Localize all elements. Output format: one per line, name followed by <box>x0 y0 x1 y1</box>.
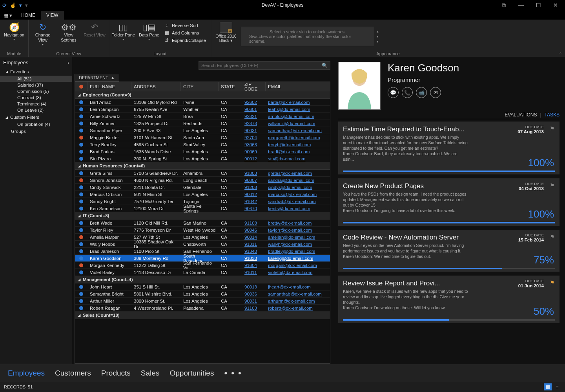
cell-zip-link[interactable]: 90014 <box>244 235 257 240</box>
cell-email-link[interactable]: williamz@dx-email.com <box>268 121 315 126</box>
cell-email-link[interactable]: gretas@dx-email.com <box>268 171 312 176</box>
table-row[interactable]: Ken Samuelson12100 Mora DrSanta Fe Sprin… <box>75 205 330 212</box>
group-row[interactable]: ◢IT (Count=8) <box>75 212 330 220</box>
module-more-icon[interactable]: • • • <box>224 368 242 378</box>
table-row[interactable]: Stu Pizaro200 N. Spring StLos AngelesCA9… <box>75 155 330 162</box>
skin-more-icon[interactable]: ▾ <box>377 40 379 44</box>
cell-zip-link[interactable]: 91108 <box>244 221 257 225</box>
cell-zip-link[interactable]: 91604 <box>244 263 257 268</box>
table-row[interactable]: Samantha Bright5801 Wilshire Blvd.Los An… <box>75 290 330 298</box>
skin-swatch[interactable]: 16 Office 2016 Black ▾ <box>215 22 237 51</box>
col-icon[interactable] <box>75 82 87 91</box>
table-row[interactable]: Morgan Kennedy11222 Dilling StSan Fernan… <box>75 262 330 269</box>
cell-email-link[interactable]: kents@dx-email.com <box>268 206 310 211</box>
cell-zip-link[interactable]: 91030 <box>244 256 257 261</box>
table-row[interactable]: Arnie Schwartz125 W Elm StBreaCA92821arn… <box>75 113 330 120</box>
nav-item-contract[interactable]: Contract (3) <box>0 94 72 101</box>
cell-zip-link[interactable]: 92373 <box>244 121 257 126</box>
table-row[interactable]: Taylor Riley7776 Torreyson DrWest Hollyw… <box>75 227 330 234</box>
reverse-sort-button[interactable]: ↕Reverse Sort <box>163 22 207 29</box>
cell-zip-link[interactable]: 90012 <box>244 192 257 197</box>
tab-tasks[interactable]: TASKS <box>545 112 560 118</box>
cell-zip-link[interactable]: 91103 <box>244 306 257 310</box>
cell-zip-link[interactable]: 90031 <box>244 128 257 133</box>
table-row[interactable]: Sandra Johnson4600 N Virginia Rd.Long Be… <box>75 177 330 184</box>
group-row[interactable]: ◢Engineering (Count=9) <box>75 91 330 99</box>
cell-email-link[interactable]: jheart@dx-email.com <box>268 285 311 289</box>
expand-collapse-button[interactable]: ⇵Expand/Collapse <box>163 37 207 44</box>
cell-email-link[interactable]: cindys@dx-email.com <box>268 185 312 190</box>
change-view-button[interactable]: ↻ Change View ▾ <box>31 21 55 51</box>
table-row[interactable]: Robert Reagan4 Westmoreland Pl.PasadenaC… <box>75 305 330 312</box>
phone-icon[interactable]: 📞 <box>402 87 413 98</box>
cell-email-link[interactable]: barta@dx-email.com <box>268 100 310 105</box>
cell-email-link[interactable]: bradf@dx-email.com <box>268 149 310 154</box>
table-row[interactable]: Greta Sims1700 S Grandview Dr.AlhambraCA… <box>75 170 330 177</box>
group-row[interactable]: ◢Human Resources (Count=6) <box>75 162 330 170</box>
cell-email-link[interactable]: wallyh@dx-email.com <box>268 242 312 247</box>
cell-email-link[interactable]: margaretb@dx-email.com <box>268 135 320 140</box>
cell-email-link[interactable]: morgank@dx-email.com <box>268 263 317 268</box>
cell-zip-link[interactable]: 91311 <box>244 242 257 247</box>
cell-zip-link[interactable]: 92704 <box>244 135 257 140</box>
cell-zip-link[interactable]: 90601 <box>244 107 257 112</box>
nav-group-favorites[interactable]: ◢Favorites <box>0 68 72 76</box>
cell-email-link[interactable]: taylorr@dx-email.com <box>268 228 312 232</box>
cell-email-link[interactable]: brettw@dx-email.com <box>268 221 312 225</box>
cell-email-link[interactable]: terryb@dx-email.com <box>268 142 311 147</box>
group-by-pill[interactable]: DEPARTMENT▲ <box>75 74 119 82</box>
close-icon[interactable]: ✕ <box>552 2 560 8</box>
cell-email-link[interactable]: leahs@dx-email.com <box>268 107 310 112</box>
task-card[interactable]: Review Issue Report and Provi...DUE DATE… <box>338 276 560 323</box>
nav-group-custom[interactable]: ◢Custom Filters <box>0 113 72 121</box>
cell-zip-link[interactable]: 93063 <box>244 142 257 147</box>
flag-icon[interactable]: ⚑ <box>550 279 555 286</box>
restore-window-icon[interactable]: ⧉ <box>500 2 508 9</box>
minimize-icon[interactable]: — <box>517 2 525 8</box>
group-row[interactable]: ◢Management (Count=4) <box>75 276 330 283</box>
skin-prev-icon[interactable]: ▴ <box>377 29 379 33</box>
col-fullname[interactable]: FULL NAME <box>87 82 131 91</box>
table-row[interactable]: Violet Bailey1418 Descanso DrLa CanadaCA… <box>75 269 330 276</box>
collapse-ribbon-icon[interactable]: ︿ <box>559 50 563 55</box>
navigation-button[interactable]: 🧭 Navigation ▾ <box>2 21 26 51</box>
task-card[interactable]: Estimate Time Required to Touch-Enab...D… <box>338 122 560 174</box>
add-columns-button[interactable]: ▦Add Columns <box>163 30 207 36</box>
cell-zip-link[interactable]: 92602 <box>244 100 257 105</box>
col-state[interactable]: STATE <box>219 82 242 91</box>
search-box[interactable]: 🔍 <box>199 61 330 70</box>
cell-zip-link[interactable]: 91011 <box>244 270 257 275</box>
search-icon[interactable]: 🔍 <box>322 63 328 68</box>
cell-zip-link[interactable]: 90046 <box>244 228 257 232</box>
search-input[interactable] <box>201 63 322 68</box>
video-icon[interactable]: 📹 <box>416 87 427 98</box>
cell-zip-link[interactable]: 91803 <box>244 171 257 176</box>
cell-email-link[interactable]: marcuso@dx-email.com <box>268 192 317 197</box>
nav-item-salaried[interactable]: Salaried (37) <box>0 82 72 88</box>
nav-item-terminated[interactable]: Terminated (4) <box>0 101 72 107</box>
cell-zip-link[interactable]: 91208 <box>244 185 257 190</box>
task-card[interactable]: Create New Product PagesDUE DATE04 Oct 2… <box>338 178 560 226</box>
cell-email-link[interactable]: kareng@dx-email.com <box>268 256 313 261</box>
table-row[interactable]: Cindy Stanwick2211 Bonita Dr.GlendaleCA9… <box>75 184 330 191</box>
flag-icon[interactable]: ⚑ <box>550 234 555 240</box>
table-row[interactable]: Brad Farkus1635 Woods DriveLos AngelesCA… <box>75 148 330 155</box>
touch-mode-icon[interactable]: ☝ <box>10 2 16 8</box>
nav-group-groups[interactable]: Groups <box>0 127 72 135</box>
cell-zip-link[interactable]: 91340 <box>244 249 257 254</box>
module-employees[interactable]: Employees <box>8 369 45 377</box>
table-row[interactable]: Arthur Miller3800 Homer St.Los AngelesCA… <box>75 298 330 305</box>
view-cards-icon[interactable]: ▦ <box>544 383 552 390</box>
col-zip[interactable]: ZIP CODE <box>242 82 266 91</box>
table-row[interactable]: John Heart351 S Hill St.Los AngelesCA900… <box>75 283 330 290</box>
cell-email-link[interactable]: samanthap@dx-email.com <box>268 128 322 133</box>
table-row[interactable]: Marcus Orbison501 N Main StLos AngelesCA… <box>75 191 330 198</box>
view-list-icon[interactable]: ≡ <box>553 383 561 390</box>
cell-email-link[interactable]: ameliah@dx-email.com <box>268 235 315 240</box>
cell-email-link[interactable]: violetb@dx-email.com <box>268 270 312 275</box>
col-email[interactable]: EMAIL <box>266 82 330 91</box>
table-row[interactable]: Bart Arnaz13109 Old Myford RdIrvineCA926… <box>75 99 330 106</box>
maximize-icon[interactable]: ☐ <box>534 2 542 8</box>
cell-email-link[interactable]: arnolds@dx-email.com <box>268 114 314 119</box>
module-products[interactable]: Products <box>101 369 131 377</box>
